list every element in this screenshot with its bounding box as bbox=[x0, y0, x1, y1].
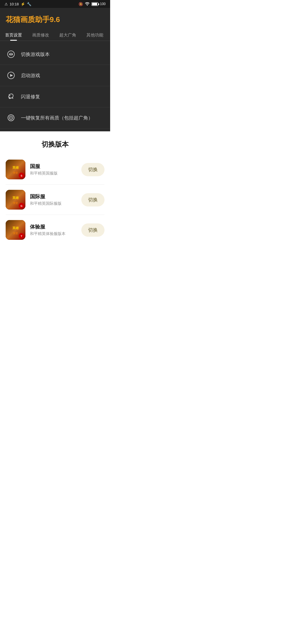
sheet-title-row: 切换版本 bbox=[0, 131, 110, 152]
tab-quality[interactable]: 画质修改 bbox=[27, 30, 54, 41]
tools-icon bbox=[6, 91, 16, 102]
version-desc-tiyan: 和平精英体验服版本 bbox=[30, 231, 77, 236]
menu-item-switch-version[interactable]: 切换游戏版本 bbox=[0, 44, 110, 65]
svg-text:英雄: 英雄 bbox=[12, 196, 19, 199]
version-item-guofu: 英雄 突变 S 国服 和平精英国服版 切换 bbox=[6, 155, 104, 185]
switch-btn-guoji[interactable]: 切换 bbox=[81, 193, 104, 206]
status-icon-usb: ⚡ bbox=[21, 2, 25, 6]
status-time: 10:18 bbox=[10, 2, 19, 6]
version-name-guofu: 国服 bbox=[30, 163, 77, 170]
menu-label-launch-game: 启动游戏 bbox=[21, 72, 40, 79]
version-icon-guofu: 英雄 突变 S bbox=[6, 160, 25, 179]
version-item-tiyan: 英雄 突变 T 体验服 和平精英体验服版本 切换 bbox=[6, 215, 104, 245]
svg-text:突变: 突变 bbox=[13, 171, 18, 174]
background-app: 花猫画质助手9.6 首页设置 画质修改 超大广角 其他功能 切换游戏版本 bbox=[0, 8, 110, 131]
status-right: 🔕 100 bbox=[79, 2, 106, 6]
version-switch-sheet: 切换版本 英雄 bbox=[0, 131, 110, 248]
version-name-tiyan: 体验服 bbox=[30, 223, 77, 230]
app-header: 花猫画质助手9.6 bbox=[0, 8, 110, 27]
version-icon-tiyan: 英雄 突变 T bbox=[6, 220, 25, 240]
version-info-tiyan: 体验服 和平精英体验服版本 bbox=[30, 223, 77, 236]
version-desc-guoji: 和平精英国际服版 bbox=[30, 201, 77, 206]
tab-bar: 首页设置 画质修改 超大广角 其他功能 bbox=[0, 27, 110, 41]
version-name-guoji: 国际服 bbox=[30, 193, 77, 200]
menu-item-launch-game[interactable]: 启动游戏 bbox=[0, 65, 110, 86]
restore-icon bbox=[6, 112, 16, 123]
version-item-guoji: 英雄 突变 G 国际服 和平精英国际服版 切换 bbox=[6, 185, 104, 215]
tab-other[interactable]: 其他功能 bbox=[81, 30, 108, 41]
sheet-title: 切换版本 bbox=[6, 140, 104, 149]
svg-text:T: T bbox=[21, 235, 22, 238]
tab-wideangle[interactable]: 超大广角 bbox=[54, 30, 81, 41]
menu-item-restore-quality[interactable]: 一键恢复所有画质（包括超广角） bbox=[0, 107, 110, 129]
menu-item-crash-fix[interactable]: 闪退修复 bbox=[0, 86, 110, 107]
svg-point-5 bbox=[10, 117, 12, 118]
svg-text:突变: 突变 bbox=[13, 232, 18, 235]
svg-text:G: G bbox=[20, 204, 22, 207]
switch-btn-tiyan[interactable]: 切换 bbox=[81, 223, 104, 237]
svg-text:英雄: 英雄 bbox=[12, 226, 19, 230]
app-title: 花猫画质助手9.6 bbox=[6, 15, 104, 25]
status-icon-warn: ⚠ bbox=[5, 2, 8, 6]
menu-label-restore-quality: 一键恢复所有画质（包括超广角） bbox=[21, 115, 93, 121]
play-icon bbox=[6, 70, 16, 81]
menu-label-crash-fix: 闪退修复 bbox=[21, 93, 40, 100]
version-desc-guofu: 和平精英国服版 bbox=[30, 171, 77, 176]
svg-text:突变: 突变 bbox=[13, 202, 18, 204]
version-list: 英雄 突变 S 国服 和平精英国服版 切换 bbox=[0, 152, 110, 248]
status-bar: ⚠ 10:18 ⚡ 🔧 🔕 100 bbox=[0, 0, 110, 8]
bell-mute-icon: 🔕 bbox=[79, 2, 83, 6]
tab-home[interactable]: 首页设置 bbox=[0, 30, 27, 41]
version-icon-guoji: 英雄 突变 G bbox=[6, 190, 25, 210]
wifi-icon bbox=[85, 2, 90, 6]
menu-list: 切换游戏版本 启动游戏 闪退修复 bbox=[0, 41, 110, 131]
switch-btn-guofu[interactable]: 切换 bbox=[81, 163, 104, 176]
version-info-guoji: 国际服 和平精英国际服版 bbox=[30, 193, 77, 206]
version-info-guofu: 国服 和平精英国服版 bbox=[30, 163, 77, 176]
switch-version-icon bbox=[6, 49, 16, 60]
menu-label-switch-version: 切换游戏版本 bbox=[21, 51, 50, 58]
status-left: ⚠ 10:18 ⚡ 🔧 bbox=[5, 2, 31, 6]
status-icon-dev: 🔧 bbox=[27, 2, 31, 6]
svg-text:英雄: 英雄 bbox=[12, 166, 19, 169]
battery-percent: 100 bbox=[100, 2, 106, 6]
battery-indicator bbox=[91, 2, 98, 6]
svg-text:S: S bbox=[21, 174, 22, 177]
